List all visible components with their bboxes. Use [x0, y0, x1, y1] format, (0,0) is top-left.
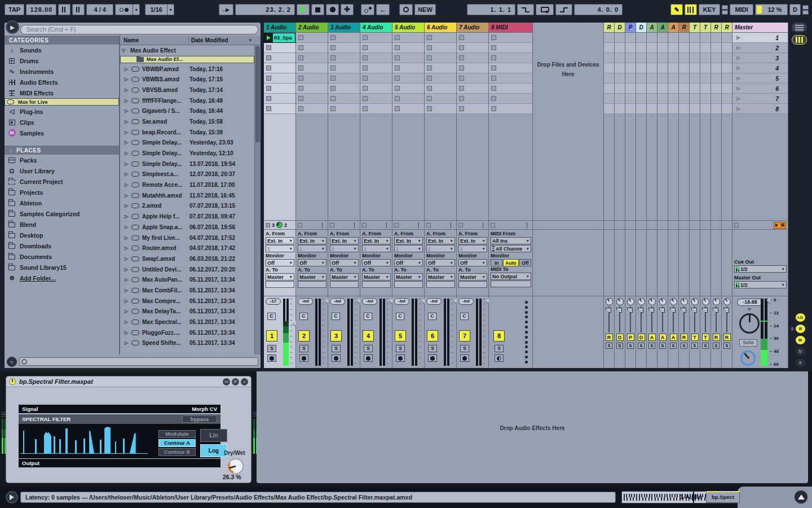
input-channel-chooser[interactable]: 1▼: [394, 245, 423, 252]
clip-slot[interactable]: [392, 63, 424, 73]
return-solo-button[interactable]: S: [723, 343, 730, 349]
return-slot[interactable]: [636, 63, 646, 73]
sidebar-item-samples-categorized[interactable]: Samples Categorized: [5, 208, 119, 219]
sidebar-item-midi-effects[interactable]: MIDI Effects: [5, 87, 119, 98]
status-play-icon[interactable]: [6, 491, 18, 503]
return-slot[interactable]: [679, 94, 689, 104]
collapsed-arrow-icon[interactable]: ▷: [125, 256, 130, 261]
clip-stop-button[interactable]: [330, 76, 336, 81]
return-activator[interactable]: R: [713, 334, 720, 341]
collapsed-arrow-icon[interactable]: ▷: [125, 214, 130, 219]
volume-field[interactable]: -Inf: [394, 298, 409, 305]
return-slot[interactable]: [700, 63, 710, 73]
return-slot[interactable]: [700, 73, 710, 84]
clip-slot[interactable]: [328, 53, 360, 63]
save-preset-icon[interactable]: ▪: [241, 378, 248, 386]
arm-button[interactable]: [495, 354, 504, 362]
clip-slot[interactable]: [360, 104, 392, 114]
collapsed-arrow-icon[interactable]: ▷: [125, 225, 130, 230]
return-slot[interactable]: [647, 104, 657, 114]
lin-button[interactable]: Lin: [200, 429, 227, 442]
metronome-button[interactable]: [115, 4, 133, 15]
loop-length-field[interactable]: 4. 0. 0: [574, 4, 623, 15]
clip-slot[interactable]: [360, 33, 392, 43]
master-header[interactable]: Master: [732, 23, 788, 33]
return-pan-knob[interactable]: [691, 298, 699, 305]
monitor-chooser[interactable]: Off▼: [298, 259, 326, 266]
disk-overload-button[interactable]: D: [789, 4, 801, 15]
return-slot[interactable]: [604, 63, 614, 73]
input-type-chooser[interactable]: Ext. In▼: [394, 237, 423, 244]
preview-toggle-icon[interactable]: ≈: [7, 357, 17, 367]
file-row[interactable]: ▷Untitled Devi...06.12.2017, 20:20: [120, 264, 254, 275]
return-slot[interactable]: [711, 104, 721, 114]
return-slot[interactable]: [679, 53, 689, 63]
clip-stop-button[interactable]: [459, 86, 464, 91]
cue-volume-knob[interactable]: [740, 351, 756, 366]
track-delay-field[interactable]: [491, 281, 531, 287]
clip-slot[interactable]: [425, 43, 456, 53]
return-volume-fader[interactable]: [668, 306, 678, 332]
return-slot[interactable]: [657, 63, 668, 73]
return-fader-handle[interactable]: [723, 308, 729, 313]
clip-stop-button[interactable]: [491, 45, 496, 50]
volume-field[interactable]: -Inf: [330, 298, 345, 305]
return-slot[interactable]: [722, 63, 732, 73]
clip-stop-button[interactable]: [427, 96, 432, 101]
return-activator[interactable]: R: [723, 334, 731, 341]
return-slot[interactable]: [604, 104, 614, 114]
clip-stop-button[interactable]: [427, 76, 432, 81]
monitor-chooser[interactable]: Off▼: [458, 259, 487, 266]
return-slot[interactable]: [636, 84, 646, 94]
clip-slot[interactable]: [457, 104, 488, 114]
return-slot[interactable]: [604, 53, 614, 63]
volume-field[interactable]: -Inf: [426, 298, 442, 305]
device-chain-tab[interactable]: bp.Spect: [706, 491, 740, 503]
scene-play-icon[interactable]: [736, 56, 743, 60]
file-row[interactable]: ▷Simple Delay...Yesterday, 23:03: [120, 138, 254, 148]
track-activator[interactable]: 3: [330, 330, 342, 341]
sidebar-item-audio-effects[interactable]: Audio Effects: [5, 77, 119, 87]
clip-stop-button[interactable]: [395, 45, 400, 50]
return-fader-handle[interactable]: [681, 308, 686, 313]
midi-map-button[interactable]: MIDI: [730, 4, 753, 15]
return-slot[interactable]: [668, 73, 678, 84]
clip-stop-button[interactable]: [459, 55, 464, 60]
return-slot[interactable]: [668, 104, 678, 114]
clip-stop-button[interactable]: [395, 96, 400, 101]
clip-slot[interactable]: [328, 104, 360, 114]
clip-slot[interactable]: [360, 53, 392, 63]
clip-slot[interactable]: [392, 84, 424, 94]
return-fader-handle[interactable]: [606, 308, 611, 313]
return-pan-knob[interactable]: [723, 298, 731, 305]
clip-slot[interactable]: [328, 63, 360, 73]
file-row[interactable]: ▷Simple Delay...13.07.2018, 19:54: [120, 159, 254, 169]
return-fader-handle[interactable]: [627, 308, 633, 313]
return-volume-fader[interactable]: [657, 306, 668, 332]
return-slot[interactable]: [711, 33, 721, 43]
volume-field[interactable]: -17: [266, 298, 281, 305]
file-row[interactable]: ▷Max Compre...05.11.2017, 13:34: [120, 296, 254, 306]
clip-slot[interactable]: [457, 53, 488, 63]
clip-stop-button[interactable]: [459, 76, 464, 81]
master-pan-knob[interactable]: [739, 313, 760, 334]
contour-b-button[interactable]: Contour B: [158, 448, 196, 456]
hot-swap-icon[interactable]: ⇄: [232, 378, 239, 386]
key-map-button[interactable]: KEY: [699, 4, 720, 15]
clip-slot[interactable]: [360, 84, 392, 94]
file-row[interactable]: ▷PluggoFuzz....05.11.2017, 13:34: [120, 327, 254, 338]
track-delay-field[interactable]: [298, 281, 326, 288]
return-slot[interactable]: [657, 43, 668, 53]
return-slot[interactable]: [647, 43, 657, 53]
sidebar-item-drums[interactable]: Drums: [5, 55, 119, 66]
output-type-chooser[interactable]: Master▼: [362, 273, 391, 281]
clip-slot[interactable]: [296, 73, 328, 84]
play-button[interactable]: [297, 4, 310, 15]
clip-slot[interactable]: [360, 43, 392, 53]
clip-slot[interactable]: [392, 94, 424, 104]
clip-stop-button[interactable]: [459, 45, 464, 50]
file-row[interactable]: ▷Simpleest.a...12.07.2018, 20:37: [120, 169, 254, 180]
clip-stop-button[interactable]: [395, 55, 400, 60]
clip-slot[interactable]: [425, 94, 456, 104]
input-channel-chooser[interactable]: 1▼: [458, 245, 487, 252]
